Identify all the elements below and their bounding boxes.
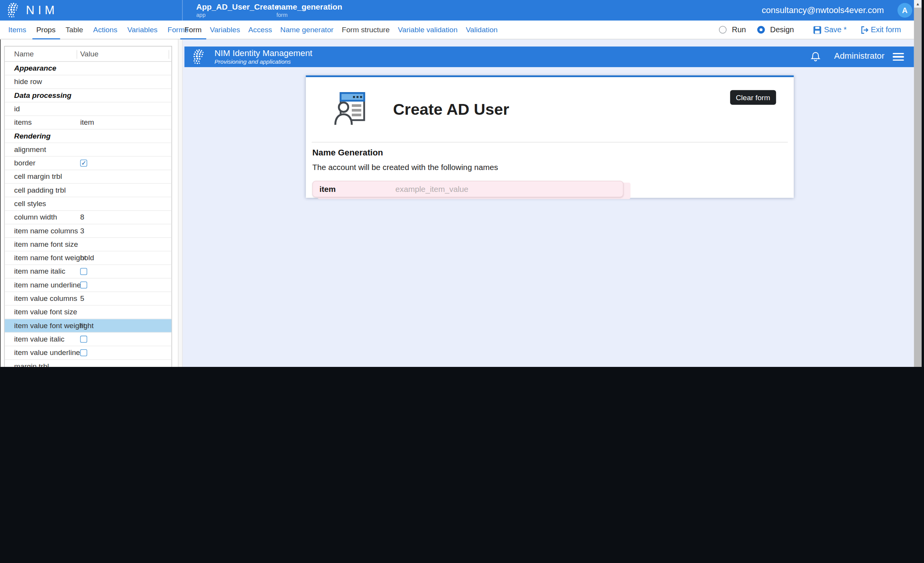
bell-icon[interactable]	[810, 51, 821, 62]
left-tab-actions[interactable]: Actions	[93, 26, 118, 34]
app-name: App_AD_User_Create	[196, 2, 279, 11]
prop-row-item-name-underline[interactable]: item name underline	[5, 279, 171, 292]
prop-row-item-value-italic[interactable]: item value italic	[5, 333, 171, 346]
left-tab-items[interactable]: Items	[8, 26, 26, 34]
app-kind-label: app	[196, 12, 279, 18]
prop-row-item-name-italic[interactable]: item name italic	[5, 265, 171, 278]
brand-area: NIM	[0, 0, 183, 21]
left-tab-props[interactable]: Props	[36, 26, 55, 34]
editor-tab-form[interactable]: Form	[184, 26, 202, 34]
prop-row-column-width[interactable]: column width8	[5, 211, 171, 224]
prop-row-item-value-columns[interactable]: item value columns5	[5, 292, 171, 305]
editor-tab-name-generator[interactable]: Name generator	[280, 26, 334, 34]
prop-name: item value underline	[14, 348, 80, 357]
item-name-italic-checkbox[interactable]	[80, 268, 87, 275]
user-email: consultancy@nwtools4ever.com	[762, 5, 884, 15]
prop-value: light	[80, 322, 94, 330]
form-card: Create AD User Clear form Name Generatio…	[306, 75, 793, 198]
prop-row-alignment[interactable]: alignment	[5, 143, 171, 157]
prop-row-cell-padding-trbl[interactable]: cell padding trbl	[5, 184, 171, 197]
section-description: The account will be created with the fol…	[312, 163, 498, 172]
name-row-key: item	[320, 185, 336, 194]
prop-row-item-name-font-weight[interactable]: item name font weightbold	[5, 251, 171, 265]
clear-form-button[interactable]: Clear form	[730, 90, 776, 105]
prop-row-item-name-columns[interactable]: item name columns3	[5, 225, 171, 238]
prop-value: item	[80, 118, 94, 126]
prop-value: bold	[80, 254, 94, 262]
open-app-breadcrumb[interactable]: App_AD_User_Create app	[196, 2, 279, 18]
item-value-italic-checkbox[interactable]	[80, 336, 87, 343]
preview-app-title: NIM Identity Management	[215, 48, 313, 58]
prop-name: item name font weight	[14, 254, 86, 262]
item-name-underline-checkbox[interactable]	[80, 281, 87, 288]
prop-row-item-value-font-weight[interactable]: item value font weightlight	[5, 319, 171, 333]
preview-user-menu[interactable]: Administrator	[834, 51, 884, 61]
prop-row-id[interactable]: id	[5, 102, 171, 116]
prop-row-item-value-font-size[interactable]: item value font size	[5, 305, 171, 319]
column-divider[interactable]	[76, 50, 77, 59]
form-user-icon	[333, 91, 366, 125]
save-button[interactable]: Save *	[813, 25, 846, 34]
run-radio[interactable]	[719, 26, 727, 34]
properties-table-header: Name Value	[5, 46, 171, 62]
left-tab-table[interactable]: Table	[66, 26, 83, 34]
name-row-value: example_item_value	[396, 185, 469, 194]
prop-row-item-value-underline[interactable]: item value underline	[5, 346, 171, 360]
prop-value: 5	[80, 294, 84, 302]
prop-name: cell padding trbl	[14, 186, 66, 194]
app-window: NIM App_AD_User_Create app name_generati…	[0, 0, 924, 367]
prop-name: item value columns	[14, 294, 77, 302]
prop-name: item value font size	[14, 308, 77, 316]
prop-row-data-processing[interactable]: Data processing	[5, 89, 171, 102]
editor-tab-form-structure[interactable]: Form structure	[342, 26, 390, 34]
prop-name: column width	[14, 213, 57, 221]
design-radio[interactable]	[757, 26, 765, 34]
exit-form-button[interactable]: Exit form	[860, 25, 901, 34]
prop-row-item-name-font-size[interactable]: item name font size	[5, 238, 171, 251]
prop-name: cell styles	[14, 200, 46, 208]
border-checkbox[interactable]	[80, 160, 87, 167]
prop-row-hide-row[interactable]: hide row	[5, 75, 171, 89]
prop-name: alignment	[14, 145, 46, 154]
prop-row-border[interactable]: border	[5, 157, 171, 170]
vertical-scrollbar[interactable]: ▲ ▼	[914, 0, 922, 367]
prop-row-items[interactable]: itemsitem	[5, 116, 171, 129]
editor-tab-access[interactable]: Access	[248, 26, 272, 34]
brand-text: NIM	[26, 3, 58, 17]
form-name: name_generation	[277, 2, 343, 11]
prop-name: item name underline	[14, 281, 81, 289]
properties-panel: Name Value Appearancehide rowData proces…	[0, 40, 178, 367]
design-label[interactable]: Design	[770, 25, 794, 34]
card-divider	[312, 142, 788, 143]
scrollbar-thumb[interactable]	[914, 8, 922, 367]
run-label[interactable]: Run	[732, 25, 746, 34]
editor-tab-variables[interactable]: Variables	[210, 26, 240, 34]
properties-table: Name Value Appearancehide rowData proces…	[4, 46, 172, 367]
sub-bar: ItemsPropsTableActionsVariablesForms For…	[0, 21, 914, 40]
prop-row-appearance[interactable]: Appearance	[5, 62, 171, 75]
column-divider[interactable]	[169, 50, 169, 59]
column-header-value: Value	[80, 50, 99, 58]
scroll-up-icon[interactable]: ▲	[914, 0, 922, 8]
prop-name: margin trbl	[14, 362, 49, 367]
left-panel-scrollbar[interactable]	[178, 40, 182, 367]
column-header-name: Name	[14, 50, 34, 58]
prop-name: id	[14, 105, 20, 113]
prop-row-margin-trbl[interactable]: margin trbl	[5, 360, 171, 367]
menu-icon[interactable]	[893, 53, 904, 63]
avatar[interactable]: A	[898, 3, 912, 18]
item-value-underline-checkbox[interactable]	[80, 349, 87, 356]
prop-name: Data processing	[14, 91, 71, 99]
nim-logo-icon	[192, 49, 207, 64]
preview-app-header: NIM Identity Management Provisioning and…	[184, 46, 914, 67]
prop-row-rendering[interactable]: Rendering	[5, 130, 171, 143]
name-row[interactable]: item example_item_value	[312, 181, 623, 197]
left-tab-variables[interactable]: Variables	[128, 26, 158, 34]
editor-tab-variable-validation[interactable]: Variable validation	[398, 26, 457, 34]
prop-name: item value font weight	[14, 322, 86, 330]
preview-app-subtitle: Provisioning and applications	[215, 58, 291, 65]
prop-row-cell-margin-trbl[interactable]: cell margin trbl	[5, 170, 171, 183]
open-form-breadcrumb[interactable]: name_generation form	[277, 2, 343, 18]
prop-row-cell-styles[interactable]: cell styles	[5, 197, 171, 211]
editor-tab-validation[interactable]: Validation	[466, 26, 498, 34]
